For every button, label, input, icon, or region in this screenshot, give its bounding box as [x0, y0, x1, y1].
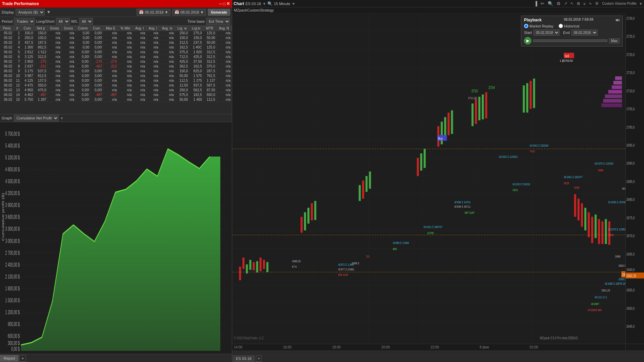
table-cell: n/a: [146, 93, 159, 97]
svg-text:3998: 3998: [598, 169, 603, 172]
minimize-btn[interactable]: ─: [219, 1, 222, 6]
table-cell: n/a: [103, 78, 118, 83]
svg-text:1 800,00 $: 1 800,00 $: [5, 285, 19, 291]
table-cell: n/a: [133, 64, 146, 69]
market-replay-radio[interactable]: [524, 24, 528, 28]
price-axis: 2730,0 2725,0 2720,0 2715,0 2710,0 2705,…: [625, 13, 644, 344]
table-cell: n/a: [47, 55, 61, 59]
max-button[interactable]: Max: [609, 38, 620, 43]
table-cell: n/a: [216, 31, 232, 36]
svg-rect-105: [478, 97, 480, 120]
custom-volume-dropdown[interactable]: ▼: [639, 2, 643, 6]
filter-icon[interactable]: ▼: [46, 9, 51, 15]
add-tab-btn[interactable]: +: [19, 355, 26, 362]
bar-chart-icon[interactable]: ▐: [534, 1, 537, 6]
table-cell: n/a: [216, 36, 232, 40]
generate-button[interactable]: Generate: [208, 9, 230, 16]
strategy-icon[interactable]: ≡: [583, 2, 585, 6]
search-icon[interactable]: 🔍: [267, 1, 273, 6]
table-cell: n/a: [103, 45, 118, 50]
wl-dropdown[interactable]: All: [79, 18, 93, 25]
svg-rect-88: [307, 208, 309, 224]
arrow-icon[interactable]: ↗: [564, 1, 567, 6]
instrument-dropdown-icon[interactable]: ▼: [262, 2, 266, 6]
svg-text:2713: 2713: [471, 89, 478, 93]
cursor-icon[interactable]: ↖: [570, 1, 573, 6]
date2-btn[interactable]: 📅 08.02.2018 ▼: [172, 9, 206, 16]
playback-skip-icon[interactable]: ⏭: [616, 18, 620, 22]
svg-text:2700,0: 2700,0: [626, 125, 635, 129]
timeframe-dropdown-icon[interactable]: ▼: [291, 2, 295, 6]
time-label-1600: 16:00: [283, 345, 291, 349]
table-cell: 0,00!: [90, 45, 103, 50]
table-cell: n/a: [146, 78, 159, 83]
table-cell: 125,0: [203, 45, 216, 50]
svg-text:2730,0: 2730,0: [626, 16, 635, 20]
properties-icon[interactable]: ⚙: [557, 1, 561, 6]
table-cell: n/a: [118, 64, 133, 69]
market-replay-option[interactable]: Market Replay: [524, 24, 554, 28]
table-cell: n/a: [61, 45, 75, 50]
indicator-icon[interactable]: ∿: [589, 1, 592, 6]
close-btn[interactable]: ✕: [226, 1, 230, 6]
svg-text:17: 17: [187, 354, 190, 354]
historical-label: Historical: [564, 24, 579, 28]
svg-rect-101: [447, 113, 449, 135]
play-button[interactable]: ▶: [524, 37, 531, 44]
start-date-dropdown[interactable]: 05.02.2018: [534, 30, 560, 36]
svg-text:1 200,00 $: 1 200,00 $: [5, 309, 19, 315]
table-cell: 12,50: [175, 83, 189, 88]
pencil-icon[interactable]: ✏: [541, 1, 544, 6]
svg-text:Buy: Buy: [438, 136, 443, 140]
svg-text:2660,0: 2660,0: [626, 268, 635, 272]
svg-rect-96: [420, 153, 422, 171]
playback-controls-row: ▶ Max: [524, 37, 620, 44]
date2-label: 08.02.2018: [180, 10, 199, 14]
time-axis: 14:00 16:00 18:00 20:00 22:00 8 фев 02:0…: [232, 344, 644, 350]
analysis-dropdown[interactable]: Analysis ($): [16, 9, 45, 16]
svg-text:12705: 12705: [427, 231, 434, 235]
svg-rect-86: [301, 217, 303, 233]
playback-slider[interactable]: [533, 39, 607, 42]
table-cell: n/a: [47, 31, 61, 36]
table-cell: 125,0: [203, 31, 216, 36]
table-cell: 1 512: [34, 50, 47, 55]
col-avgt: Avg. t: [133, 26, 146, 31]
screen-icon[interactable]: ⊞: [577, 1, 580, 6]
chart-instrument-tab[interactable]: ES 03-18: [233, 356, 255, 362]
date1-btn[interactable]: 📅 05.02.2018 ▼: [137, 9, 170, 16]
graph-settings-icon[interactable]: ▼: [60, 116, 64, 120]
chart-canvas[interactable]: Sell 1 @2703.50 Sell 1 @2703.00 Buy 2714: [232, 13, 625, 344]
table-cell: 3 987: [21, 74, 34, 78]
report-tab[interactable]: Report: [0, 355, 19, 362]
svg-text:5 100,00 $: 5 100,00 $: [5, 155, 19, 161]
zoom-icon[interactable]: 🔍: [548, 1, 553, 6]
svg-text:2711,25: 2711,25: [468, 96, 477, 100]
table-cell: n/a: [216, 55, 232, 59]
svg-text:2690,0: 2690,0: [626, 161, 635, 165]
svg-text:300,00 $: 300,00 $: [8, 340, 20, 346]
svg-rect-85: [266, 262, 268, 272]
maximize-btn[interactable]: □: [223, 1, 225, 6]
chart-scrollbar[interactable]: [232, 350, 644, 355]
table-cell: 0,00!: [90, 69, 103, 74]
historical-radio[interactable]: [559, 24, 563, 28]
settings-icon[interactable]: ⚙: [595, 1, 599, 6]
graph-dropdown[interactable]: Cumulative Net Profit: [14, 115, 59, 121]
chart-add-tab-btn[interactable]: +: [256, 356, 262, 362]
longshort-dropdown[interactable]: All: [56, 18, 70, 25]
table-cell: n/a: [47, 59, 61, 64]
period-dropdown[interactable]: Trades: [14, 18, 35, 25]
table-cell: -275: [103, 59, 118, 64]
table-cell: n/a: [61, 31, 75, 36]
timebase-dropdown[interactable]: Ext Time: [206, 18, 230, 25]
end-label: End: [563, 31, 570, 35]
end-date-dropdown[interactable]: 08.02.2018: [571, 30, 598, 36]
table-row: 06.0252 8121 512n/an/a0,00!0,00!n/an/an/…: [0, 50, 232, 55]
table-cell: n/a: [118, 74, 133, 78]
table-cell: n/a: [133, 88, 146, 93]
historical-option[interactable]: Historical: [559, 24, 579, 28]
svg-rect-127: [605, 94, 622, 98]
table-cell: 375,0: [175, 50, 189, 55]
chart-title: Chart: [234, 1, 244, 6]
